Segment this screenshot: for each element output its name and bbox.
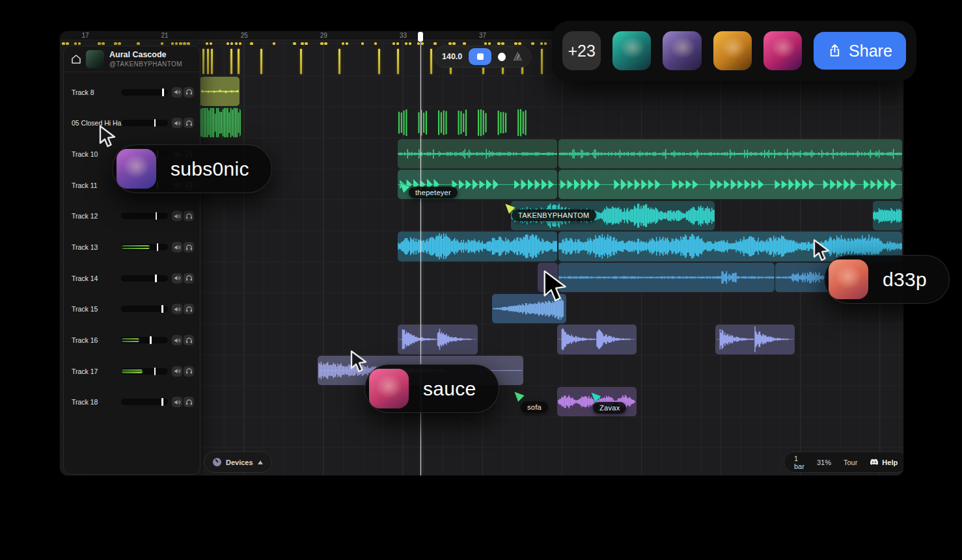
midi-dot <box>405 42 408 45</box>
mute-button[interactable] <box>172 118 182 128</box>
fader-thumb[interactable] <box>162 88 164 96</box>
share-icon <box>827 43 842 59</box>
audio-clip[interactable] <box>398 232 557 261</box>
collaborators-overflow-count[interactable]: +23 <box>562 31 601 70</box>
fader-thumb[interactable] <box>161 305 163 313</box>
fader-thumb[interactable] <box>156 212 158 220</box>
midi-dot <box>374 42 378 45</box>
fader-thumb[interactable] <box>155 274 157 282</box>
collaborator-avatar-4[interactable] <box>763 31 802 70</box>
solo-button[interactable] <box>184 335 194 345</box>
volume-fader[interactable] <box>121 399 168 405</box>
speaker-icon <box>174 213 181 220</box>
solo-button[interactable] <box>184 304 194 314</box>
audio-clip[interactable] <box>558 139 902 168</box>
mute-button[interactable] <box>172 87 182 98</box>
midi-dot <box>175 42 178 45</box>
audio-clip[interactable] <box>557 325 637 354</box>
mute-button[interactable] <box>172 335 182 345</box>
mute-button[interactable] <box>172 273 182 284</box>
midi-dot <box>227 42 230 45</box>
playhead-handle[interactable] <box>418 32 423 42</box>
help-button[interactable]: Help <box>870 459 898 466</box>
midi-dot <box>78 42 81 45</box>
midi-dot <box>396 42 400 45</box>
home-button[interactable] <box>70 53 82 65</box>
volume-fader[interactable] <box>121 337 168 343</box>
collaborator-label: Zavax <box>593 402 626 414</box>
volume-fader[interactable] <box>121 306 168 312</box>
collaborator-label: TAKENBYPHANTOM <box>512 209 596 221</box>
audio-clip[interactable] <box>200 108 241 137</box>
mute-button[interactable] <box>172 304 182 314</box>
devices-button[interactable]: Devices <box>204 451 272 473</box>
project-title: Aural Cascode <box>109 50 167 59</box>
solo-button[interactable] <box>184 242 194 252</box>
remote-cursor-tag-d33p: d33p <box>824 255 950 304</box>
solo-button[interactable] <box>184 397 194 407</box>
midi-dot <box>463 42 466 45</box>
collaborator-name: d33p <box>868 269 945 291</box>
tempo-display[interactable]: 140.0 <box>442 52 462 61</box>
solo-button[interactable] <box>184 366 194 377</box>
knob-icon <box>213 458 221 466</box>
midi-note-line <box>211 49 213 74</box>
collaborator-avatar-1[interactable] <box>612 31 651 70</box>
midi-note-line <box>397 49 399 74</box>
tour-button[interactable]: Tour <box>844 459 857 466</box>
audio-clip[interactable] <box>200 77 240 106</box>
volume-fader[interactable] <box>121 213 168 219</box>
solo-button[interactable] <box>184 118 194 128</box>
volume-fader[interactable] <box>121 244 168 250</box>
share-button[interactable]: Share <box>814 32 906 70</box>
status-bar: 1 bar 31% Tour Help <box>784 451 903 473</box>
audio-clip[interactable] <box>558 263 775 292</box>
midi-note-line <box>207 49 209 74</box>
metronome-button[interactable] <box>512 51 523 62</box>
mute-button[interactable] <box>172 366 182 377</box>
midi-dot <box>239 42 242 45</box>
snap-setting[interactable]: 1 bar <box>794 455 804 470</box>
solo-button[interactable] <box>184 87 194 98</box>
midi-dot <box>433 42 437 45</box>
mute-button[interactable] <box>172 211 182 221</box>
audio-clip[interactable] <box>398 139 557 168</box>
audio-clip[interactable] <box>715 325 795 354</box>
mute-button[interactable] <box>172 242 182 252</box>
mute-button[interactable] <box>172 397 182 407</box>
zoom-level[interactable]: 31% <box>817 459 831 466</box>
midi-note-line <box>260 49 262 74</box>
audio-clip[interactable] <box>558 170 902 199</box>
fader-thumb[interactable] <box>154 119 156 127</box>
speaker-icon <box>174 306 181 313</box>
solo-button[interactable] <box>184 211 194 221</box>
midi-dot <box>250 42 253 45</box>
track-row: Track 18 <box>64 387 200 418</box>
fader-thumb[interactable] <box>150 336 152 344</box>
volume-fader[interactable] <box>121 120 168 126</box>
audio-clip[interactable] <box>873 201 902 230</box>
midi-dot <box>183 42 186 45</box>
midi-dot <box>392 42 396 45</box>
midi-dot <box>346 42 349 45</box>
midi-dot <box>301 42 304 45</box>
solo-button[interactable] <box>184 273 194 284</box>
record-button[interactable] <box>498 53 506 61</box>
midi-dot <box>305 42 308 45</box>
headphones-icon <box>186 244 193 251</box>
fader-thumb[interactable] <box>154 367 156 375</box>
speaker-icon <box>174 367 181 375</box>
fader-thumb[interactable] <box>161 398 163 406</box>
volume-fader[interactable] <box>121 275 168 282</box>
collaborator-avatar-3[interactable] <box>713 31 752 70</box>
track-name: Track 8 <box>72 88 94 96</box>
stop-button[interactable] <box>469 48 491 65</box>
volume-fader[interactable] <box>121 368 168 375</box>
fader-thumb[interactable] <box>157 243 159 251</box>
project-owner: @TAKENBYPHANTOM <box>109 60 182 68</box>
collaborator-avatar-2[interactable] <box>663 31 701 70</box>
volume-fader[interactable] <box>121 89 168 96</box>
audio-clip[interactable] <box>398 325 478 354</box>
midi-dot <box>484 42 488 45</box>
ruler-bar-label: 29 <box>320 32 327 39</box>
